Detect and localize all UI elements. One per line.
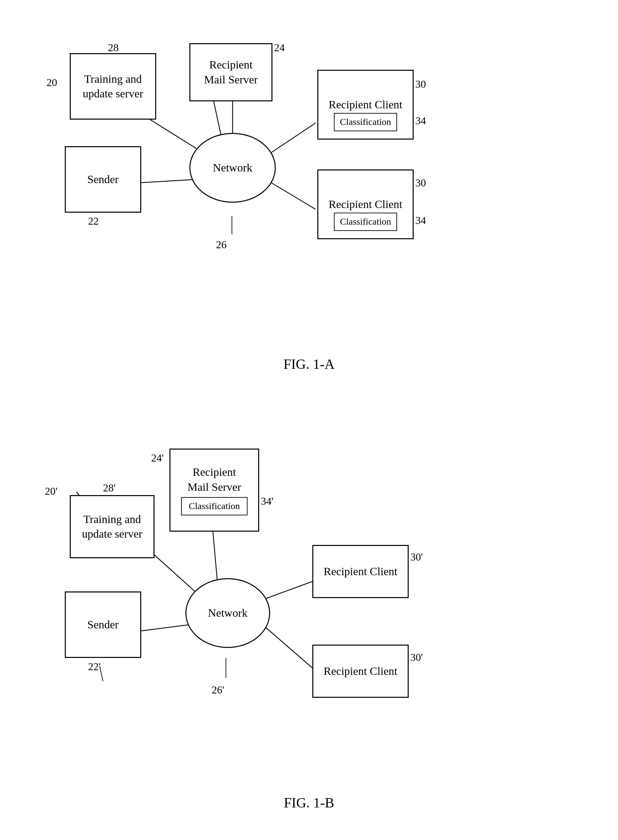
ref-30pa-label: 30': [410, 551, 423, 563]
ref-24-label: 24: [274, 42, 285, 54]
ref-22-label: 22: [88, 215, 99, 227]
network-label: Network: [213, 162, 253, 174]
svg-line-3: [266, 123, 316, 156]
fig1b-recipient-mail-server-label: RecipientMail Server: [187, 465, 241, 494]
recipient-mail-server-box: RecipientMail Server: [189, 43, 272, 101]
ref-34b-label: 34: [415, 214, 426, 227]
fig1b-caption: FIG. 1-B: [284, 795, 334, 811]
fig1b-network-label: Network: [208, 607, 248, 619]
fig1a-caption: FIG. 1-A: [284, 356, 334, 372]
fig1b-training-server-label: Training andupdate server: [82, 512, 142, 541]
svg-line-10: [212, 528, 218, 585]
ref-34a-label: 34: [415, 114, 426, 127]
fig1b-classification-box: Classification: [181, 497, 248, 515]
fig1b-recipient-client-1-box: Recipient Client: [312, 545, 409, 598]
fig1b-sender-box: Sender: [65, 592, 141, 658]
classification-2-label: Classification: [340, 216, 391, 227]
fig1b-training-server-box: Training andupdate server: [70, 495, 154, 558]
svg-line-2: [140, 180, 196, 183]
svg-line-4: [266, 180, 316, 209]
fig1b-recipient-client-2-box: Recipient Client: [312, 645, 409, 698]
recipient-client-2-label: Recipient Client: [328, 197, 403, 212]
classification-1-box: Classification: [334, 113, 397, 131]
fig1b-recipient-client-1-label: Recipient Client: [324, 564, 397, 579]
ref-28p-label: 28': [103, 482, 116, 494]
ref-22p-label: 22': [88, 660, 101, 673]
ref-34p-label: 34': [261, 495, 273, 507]
recipient-client-1-box: Recipient Client Classification: [317, 70, 414, 140]
classification-1-label: Classification: [340, 116, 391, 128]
ref-30a-label: 30: [415, 78, 426, 91]
training-server-box: Training andupdate server: [70, 53, 156, 120]
fig1b-classification-label: Classification: [189, 500, 240, 512]
page: 20 Training andupdate server 28 Recipien…: [0, 0, 618, 840]
ref-24p-label: 24': [151, 452, 164, 464]
sender-label: Sender: [88, 172, 119, 187]
training-server-label: Training andupdate server: [83, 72, 143, 101]
svg-line-12: [263, 625, 312, 668]
fig1a-container: 20 Training andupdate server 28 Recipien…: [27, 20, 591, 385]
fig1b-recipient-client-2-label: Recipient Client: [324, 664, 397, 678]
sender-box: Sender: [65, 146, 141, 213]
classification-2-box: Classification: [334, 213, 397, 231]
ref-26p-label: 26': [212, 684, 224, 696]
ref-20p-label: 20': [45, 485, 58, 497]
fig1b-network-ellipse: Network: [186, 578, 270, 648]
recipient-client-2-box: Recipient Client Classification: [317, 169, 414, 239]
recipient-mail-server-label: RecipientMail Server: [204, 58, 257, 87]
network-ellipse: Network: [189, 133, 276, 203]
ref-26-label: 26: [216, 239, 227, 251]
recipient-client-1-label: Recipient Client: [328, 97, 403, 112]
ref-20-label: 20: [46, 76, 57, 89]
fig1b-container: 20' Training andupdate server 28' Recipi…: [27, 419, 591, 824]
svg-line-11: [263, 581, 312, 600]
ref-28-label: 28: [108, 42, 119, 54]
fig1b-sender-label: Sender: [88, 617, 119, 632]
ref-30pb-label: 30': [410, 651, 423, 663]
svg-line-9: [138, 625, 189, 631]
fig1b-recipient-mail-server-box: RecipientMail Server Classification: [169, 449, 259, 532]
ref-30b-label: 30: [415, 177, 426, 189]
